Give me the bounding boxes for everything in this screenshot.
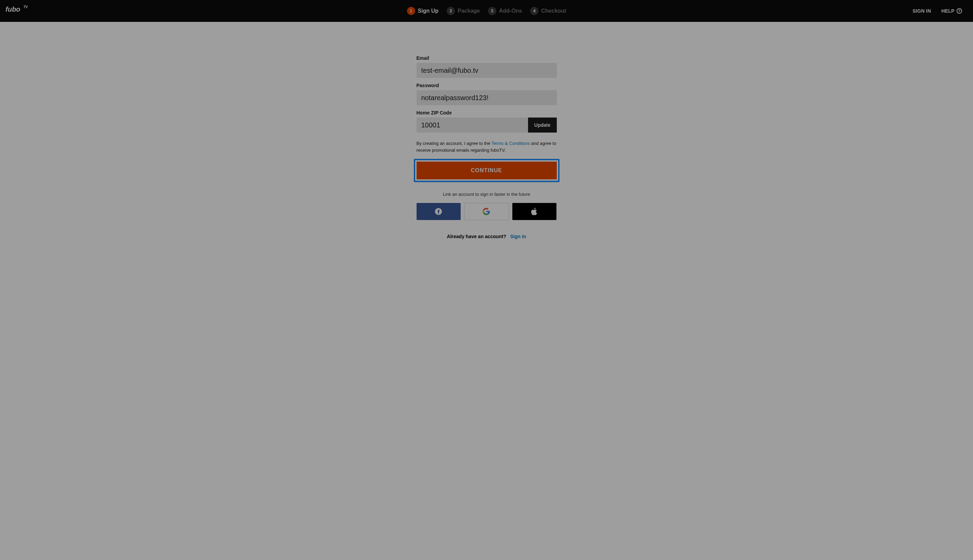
terms-pre: By creating an account, I agree to the — [416, 141, 492, 146]
svg-text:fubo: fubo — [5, 5, 20, 13]
password-label: Password — [416, 83, 557, 88]
step-label: Sign Up — [418, 8, 438, 14]
step-package: 2 Package — [446, 7, 480, 15]
signup-stepper: 1 Sign Up 2 Package 3 Add-Ons 4 Checkout — [407, 7, 566, 15]
email-field[interactable] — [416, 63, 557, 78]
facebook-login-button[interactable] — [416, 203, 461, 220]
apple-icon — [531, 207, 538, 216]
facebook-icon — [435, 208, 442, 215]
step-checkout: 4 Checkout — [530, 7, 566, 15]
google-login-button[interactable] — [464, 203, 509, 220]
password-field[interactable] — [416, 90, 557, 105]
terms-text: By creating an account, I agree to the T… — [416, 140, 557, 153]
zip-label: Home ZIP Code — [416, 110, 557, 115]
step-label: Checkout — [542, 8, 566, 14]
help-label: HELP — [941, 8, 955, 14]
help-link[interactable]: HELP ? — [941, 8, 962, 14]
apple-login-button[interactable] — [512, 203, 557, 220]
fubotv-logo: fubo TV — [5, 4, 40, 18]
step-badge: 1 — [407, 7, 415, 15]
step-add-ons: 3 Add-Ons — [488, 7, 522, 15]
continue-button[interactable]: CONTINUE — [416, 162, 557, 179]
header-right: SIGN IN HELP ? — [913, 8, 962, 14]
zip-group: Home ZIP Code Update — [416, 110, 557, 133]
email-group: Email — [416, 55, 557, 78]
page-body: Email Password Home ZIP Code Update By c… — [0, 22, 973, 560]
email-label: Email — [416, 55, 557, 61]
already-text: Already have an account? — [447, 234, 507, 239]
step-badge: 2 — [446, 7, 455, 15]
svg-text:TV: TV — [23, 5, 28, 9]
continue-highlight: CONTINUE — [414, 159, 560, 182]
already-sign-in-link[interactable]: Sign in — [510, 234, 527, 239]
step-label: Add-Ons — [499, 8, 522, 14]
terms-link[interactable]: Terms & Conditions — [492, 141, 530, 146]
step-badge: 3 — [488, 7, 496, 15]
step-badge: 4 — [530, 7, 539, 15]
social-hint: Link an account to sign in faster in the… — [416, 192, 557, 197]
help-icon: ? — [956, 8, 962, 14]
step-label: Package — [458, 8, 480, 14]
signup-card: Email Password Home ZIP Code Update By c… — [410, 46, 563, 560]
google-icon — [483, 208, 490, 215]
update-zip-button[interactable]: Update — [528, 118, 557, 133]
password-group: Password — [416, 83, 557, 105]
zip-field[interactable] — [416, 118, 528, 133]
sign-in-link[interactable]: SIGN IN — [913, 8, 931, 14]
step-sign-up: 1 Sign Up — [407, 7, 438, 15]
social-login-row — [416, 203, 557, 220]
already-have-account: Already have an account? Sign in — [416, 234, 557, 239]
app-header: fubo TV 1 Sign Up 2 Package 3 Add-Ons 4 … — [0, 0, 973, 22]
